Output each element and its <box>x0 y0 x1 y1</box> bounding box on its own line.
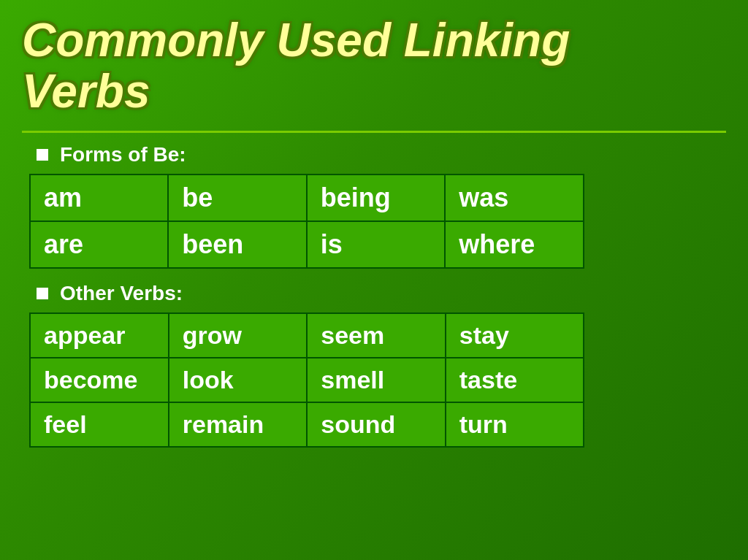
table-cell: sound <box>307 402 445 447</box>
table-cell: smell <box>307 358 445 402</box>
table-row: appeargrowseemstay <box>30 313 584 358</box>
title-line1: Commonly Used Linking <box>22 14 570 66</box>
table-cell: are <box>30 221 168 268</box>
bullet-icon <box>37 149 48 161</box>
table-cell: become <box>30 358 169 402</box>
table-row: becomelooksmelltaste <box>30 358 584 402</box>
table-cell: turn <box>446 402 584 447</box>
table-row: feelremainsoundturn <box>30 402 584 447</box>
table-cell: remain <box>169 402 308 447</box>
title-line2: Verbs <box>22 65 150 118</box>
forms-of-be-text: Forms of Be: <box>60 143 186 166</box>
table-cell: be <box>168 174 306 221</box>
table-cell: feel <box>30 402 169 447</box>
forms-of-be-label: Forms of Be: <box>37 143 726 166</box>
forms-of-be-table: ambebeingwasarebeeniswhere <box>29 174 584 269</box>
table-cell: am <box>30 174 168 221</box>
other-verbs-table: appeargrowseemstaybecomelooksmelltastefe… <box>29 312 584 448</box>
table-cell: taste <box>446 358 584 402</box>
other-verbs-label: Other Verbs: <box>37 282 726 305</box>
table-cell: being <box>307 174 446 221</box>
table-cell: was <box>445 174 584 221</box>
table-cell: stay <box>446 313 584 358</box>
table-cell: where <box>445 221 584 268</box>
table-row: arebeeniswhere <box>30 221 584 268</box>
slide-title: Commonly Used Linking Verbs <box>22 15 726 118</box>
title-divider <box>22 131 726 133</box>
table-cell: seem <box>307 313 445 358</box>
table-cell: been <box>168 221 306 268</box>
table-cell: is <box>307 221 446 268</box>
bullet-icon-2 <box>37 288 48 299</box>
table-row: ambebeingwas <box>30 174 584 221</box>
other-verbs-text: Other Verbs: <box>60 282 183 305</box>
table-cell: grow <box>169 313 308 358</box>
table-cell: look <box>169 358 308 402</box>
table-cell: appear <box>30 313 169 358</box>
slide: Commonly Used Linking Verbs Forms of Be:… <box>0 0 748 560</box>
